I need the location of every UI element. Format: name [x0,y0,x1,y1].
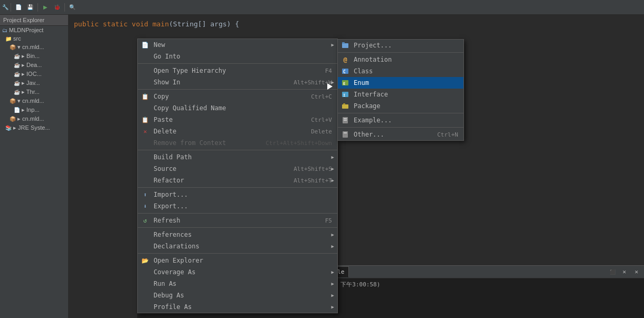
submenu-item-other[interactable]: Other... Ctrl+N [338,129,463,140]
console-close-btn[interactable]: ✕ [631,267,642,277]
menu-item-label: Import... [154,191,188,198]
menu-item-run-as[interactable]: Run As ▶ [138,278,337,290]
example-icon [341,116,349,124]
tree-item-pkg1[interactable]: 📦 ▾ cn.mld... [0,43,68,52]
debug-as-arrow: ▶ [332,293,334,298]
menu-item-references[interactable]: References ▶ [138,229,337,240]
tree-item-src[interactable]: 📁 src [0,34,68,43]
project-explorer-panel: Project Explorer 🗂 MLDNProject 📁 src 📦 ▾… [0,15,69,318]
tree-item-dea[interactable]: ☕ ▸ Dea... [0,61,68,70]
tree-item-label: ▸ Dea... [22,62,42,69]
console-clear-btn[interactable]: ✕ [619,267,630,277]
menu-item-delete[interactable]: ✕ Delete Delete [138,126,337,137]
menu-item-label: Show In [154,79,181,86]
menu-item-copy[interactable]: 📋 Copy Ctrl+C [138,91,337,102]
menu-item-label: Profile As [154,303,192,311]
src-icon: 📁 [5,36,12,42]
jre-icon: 📚 [5,125,12,131]
menu-separator-1 [138,63,337,64]
toolbar-search-btn[interactable]: 🔍 [67,2,78,13]
submenu-separator-1 [338,52,463,53]
shortcut-remove: Ctrl+Alt+Shift+Down [255,140,332,147]
menu-item-export[interactable]: ⬇ Export... [138,200,337,212]
tree-item-inp[interactable]: 📄 ▸ Inp... [0,105,68,114]
menu-separator-2 [138,89,337,90]
toolbar-new-btn[interactable]: 📄 [13,2,24,13]
submenu-item-label: Project... [354,42,392,49]
menu-separator-5 [138,213,337,214]
package-icon-2: 📦 [10,98,16,104]
menu-item-remove-context[interactable]: Remove from Context Ctrl+Alt+Shift+Down [138,137,337,149]
menu-item-refactor[interactable]: Refactor Alt+Shift+T ▶ [138,175,337,186]
submenu-item-label: Other... [354,131,384,138]
toolbar-run-btn[interactable]: ▶ [40,2,51,13]
shortcut-refactor: Alt+Shift+T [283,177,332,184]
new-icon: 📄 [141,41,149,49]
menu-item-open-type-hierarchy[interactable]: Open Type Hierarchy F4 [138,65,337,76]
main-toolbar: 🔧 📄 💾 ▶ 🐞 🔍 [0,0,644,15]
menu-item-label: Copy [154,93,169,100]
toolbar-separator-2 [37,3,38,12]
code-snippet: public static void main(String[] args) { [74,20,239,28]
menu-item-refresh[interactable]: ↺ Refresh F5 [138,215,337,226]
profile-as-arrow: ▶ [332,304,334,310]
menu-item-label: Build Path [154,153,192,161]
tree-item-label: ▸ JRE Syste... [13,124,50,131]
paste-icon: 📋 [141,115,149,124]
tree-item-project[interactable]: 🗂 MLDNProject [0,26,68,34]
menu-item-build-path[interactable]: Build Path ▶ [138,151,337,163]
class-icon-5: ☕ [14,89,20,95]
tree-item-thr[interactable]: ☕ ▸ Thr... [0,88,68,97]
svg-rect-0 [342,43,348,48]
toolbar-debug-btn[interactable]: 🐞 [52,2,62,13]
submenu-item-example[interactable]: Example... [338,114,463,126]
tree-item-jre[interactable]: 📚 ▸ JRE Syste... [0,123,68,132]
menu-item-copy-qualified[interactable]: Copy Qualified Name [138,102,337,114]
tree-item-ioc[interactable]: ☕ ▸ IOC... [0,70,68,79]
references-arrow: ▶ [332,232,334,237]
menu-item-label: Open Type Hierarchy [154,67,226,74]
menu-item-debug-as[interactable]: Debug As ▶ [138,290,337,301]
submenu-item-enum[interactable]: E Enum [338,77,463,89]
tree-item-jav[interactable]: ☕ ▸ Jav... [0,79,68,88]
menu-item-profile-as[interactable]: Profile As ▶ [138,301,337,313]
svg-rect-13 [343,131,348,138]
tree-item-pkg2[interactable]: 📦 ▾ cn.mld... [0,97,68,105]
tree-item-bin[interactable]: ☕ ▸ Bin... [0,52,68,61]
refactor-arrow: ▶ [332,178,334,183]
import-icon: ⬆ [141,190,149,199]
submenu-item-interface[interactable]: I Interface [338,89,463,100]
menu-item-coverage-as[interactable]: Coverage As ▶ [138,266,337,278]
tree-item-pkg3[interactable]: 📦 ▸ cn.mld... [0,114,68,123]
toolbar-save-btn[interactable]: 💾 [25,2,35,13]
menu-item-paste[interactable]: 📋 Paste Ctrl+V [138,114,337,126]
submenu-item-label: Package [354,102,381,110]
submenu-item-annotation[interactable]: @ Annotation [338,54,463,65]
tree-item-label: src [13,35,21,42]
console-stop-btn[interactable]: ⬛ [607,267,618,277]
shortcut-open-type: F4 [315,68,332,74]
export-icon: ⬇ [141,202,149,210]
menu-item-source[interactable]: Source Alt+Shift+S ▶ [138,163,337,175]
menu-item-label: Source [154,165,176,172]
menu-item-open-explorer[interactable]: 📂 Open Explorer [138,255,337,266]
menu-item-label: Declarations [154,243,200,250]
submenu-item-package[interactable]: Package [338,100,463,112]
tree-item-label: ▸ Inp... [22,107,40,113]
submenu-item-class[interactable]: C Class [338,65,463,77]
context-menu: 📄 New ▶ Go Into Open Type Hierarchy F4 S… [137,38,338,313]
menu-item-label: New [154,41,165,49]
menu-item-show-in[interactable]: Show In Alt+Shift+W ▶ [138,76,337,88]
menu-item-label: Paste [154,116,173,123]
submenu-item-project[interactable]: Project... [338,40,463,51]
project-icon [341,41,349,50]
class-icon-4: ☕ [14,80,20,86]
menu-item-declarations[interactable]: Declarations ▶ [138,240,337,252]
run-as-arrow: ▶ [332,281,334,286]
submenu-separator-3 [338,127,463,128]
menu-item-new[interactable]: 📄 New ▶ [138,39,337,51]
menu-item-go-into[interactable]: Go Into [138,51,337,62]
menu-item-import[interactable]: ⬆ Import... [138,189,337,200]
submenu-item-label: Example... [354,117,392,124]
package-icon: 📦 [10,44,16,50]
